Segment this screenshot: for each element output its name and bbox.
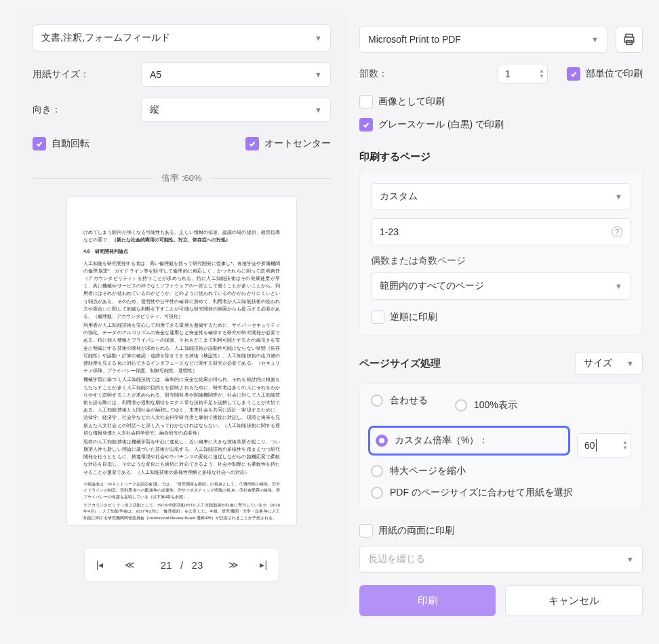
orientation-label: 向き： <box>33 104 141 116</box>
fit-label: 合わせる <box>390 395 428 407</box>
duplex-label: 用紙の両面に印刷 <box>378 525 454 537</box>
auto-center-checkbox[interactable]: オートセンター <box>245 137 331 150</box>
settings-panel: Microsoft Print to PDF ▼ 部数： 1 ▲▼ 部単位で印刷 <box>359 8 643 616</box>
printer-icon <box>622 33 636 46</box>
odd-even-select[interactable]: 範囲内のすべてのページ ▼ <box>371 273 631 300</box>
chevron-down-icon: ▼ <box>315 34 322 42</box>
print-button[interactable]: 印刷 <box>359 585 496 616</box>
match-pdf-radio[interactable]: PDF のページサイズに合わせて用紙を選択 <box>371 487 631 499</box>
custom-scale-input[interactable]: 60 ▲ ▼ <box>577 433 631 458</box>
copies-label: 部数： <box>359 68 388 80</box>
printer-properties-button[interactable] <box>616 26 643 53</box>
spinner-down-icon[interactable]: ▼ <box>539 74 544 79</box>
chevron-down-icon: ▼ <box>615 282 622 290</box>
orientation-select[interactable]: 縦 ▼ <box>141 98 331 122</box>
paper-size-select[interactable]: A5 ▼ <box>141 62 331 87</box>
printer-value: Microsoft Print to PDF <box>368 34 461 45</box>
shrink-label: 特大ページを縮小 <box>390 465 466 477</box>
custom-scale-radio[interactable]: カスタム倍率（%）： <box>376 435 488 447</box>
checkbox-unchecked-icon <box>359 95 373 108</box>
custom-scale-highlight: カスタム倍率（%）： <box>368 426 570 456</box>
custom-scale-label: カスタム倍率（%）： <box>395 435 488 447</box>
pages-range-input[interactable]: 1-23 ? <box>371 218 631 245</box>
radio-unchecked-icon <box>455 399 467 411</box>
full-label: 100%表示 <box>474 399 517 411</box>
orientation-value: 縦 <box>150 104 159 116</box>
pages-section-title: 印刷するページ <box>359 150 643 163</box>
pages-card: カスタム ▼ 1-23 ? 偶数または奇数ページ 範囲内のすべてのページ ▼ 逆… <box>359 172 643 336</box>
binding-select[interactable]: 長辺を綴じる ▼ <box>359 546 643 573</box>
cancel-button[interactable]: キャンセル <box>505 585 643 616</box>
spinner-down-icon[interactable]: ▼ <box>622 445 628 451</box>
size-section-title: ページサイズ処理 <box>359 357 441 370</box>
size-mode-select[interactable]: サイズ ▼ <box>575 352 643 375</box>
scale-value: 倍率 :60% <box>153 172 209 184</box>
binding-value: 長辺を綴じる <box>368 553 425 565</box>
chevron-down-icon: ▼ <box>626 555 634 563</box>
pages-mode-value: カスタム <box>380 190 418 203</box>
radio-unchecked-icon <box>371 487 383 499</box>
pager: |◂ ≪ 21 / 23 ≫ ▸| <box>84 548 279 582</box>
auto-center-label: オートセンター <box>264 138 331 150</box>
pages-mode-select[interactable]: カスタム ▼ <box>371 183 631 210</box>
reverse-label: 逆順に印刷 <box>390 311 437 323</box>
first-page-button[interactable]: |◂ <box>91 559 108 570</box>
preview-panel: 文書,注釈,フォームフィールド ▼ 用紙サイズ： A5 ▼ 向き： 縦 ▼ 自動… <box>16 8 347 616</box>
page-preview: けめてしまう願向が強くなる可能性もある。正しい情報の伝達、論議の場の提供、教育指… <box>66 197 297 526</box>
chevron-down-icon: ▼ <box>315 106 322 114</box>
page-indicator: 21 / 23 <box>151 559 212 571</box>
chevron-down-icon: ▼ <box>615 193 622 201</box>
printer-select[interactable]: Microsoft Print to PDF ▼ <box>359 26 607 53</box>
fit-radio[interactable]: 合わせる <box>371 395 428 407</box>
radio-unchecked-icon <box>371 395 383 407</box>
paper-size-label: 用紙サイズ： <box>33 68 141 81</box>
help-icon[interactable]: ? <box>612 226 622 237</box>
match-pdf-label: PDF のページサイズに合わせて用紙を選択 <box>390 487 573 499</box>
odd-even-label: 偶数または奇数ページ <box>371 255 631 267</box>
print-as-image-checkbox[interactable]: 画像として印刷 <box>359 95 643 108</box>
scale-divider: 倍率 :60% <box>33 172 331 184</box>
reverse-order-checkbox[interactable]: 逆順に印刷 <box>371 310 631 324</box>
prev-page-button[interactable]: ≪ <box>121 559 139 570</box>
full-size-radio[interactable]: 100%表示 <box>455 395 517 416</box>
checkbox-checked-icon <box>359 118 373 132</box>
shrink-radio[interactable]: 特大ページを縮小 <box>371 465 631 477</box>
auto-rotate-label: 自動回転 <box>52 138 89 150</box>
checkbox-unchecked-icon <box>359 524 373 538</box>
chevron-down-icon: ▼ <box>315 71 322 79</box>
collate-label: 部単位で印刷 <box>586 68 643 80</box>
duplex-checkbox[interactable]: 用紙の両面に印刷 <box>359 524 643 538</box>
checkbox-unchecked-icon <box>371 310 384 324</box>
checkbox-checked-icon <box>567 67 580 81</box>
chevron-down-icon: ▼ <box>591 35 599 43</box>
print-content-select[interactable]: 文書,注釈,フォームフィールド ▼ <box>33 24 331 52</box>
checkbox-checked-icon <box>245 137 259 150</box>
size-card: 合わせる 100%表示 カスタム倍率（%）： 60 <box>359 383 643 510</box>
chevron-down-icon: ▼ <box>626 359 634 367</box>
size-mode-value: サイズ <box>584 357 612 369</box>
grayscale-label: グレースケール (白黒) で印刷 <box>378 119 504 131</box>
odd-even-value: 範囲内のすべてのページ <box>380 280 484 292</box>
paper-size-value: A5 <box>150 69 161 80</box>
print-as-image-label: 画像として印刷 <box>378 96 445 108</box>
next-page-button[interactable]: ≫ <box>224 559 242 570</box>
checkbox-checked-icon <box>33 137 46 150</box>
pages-range-value: 1-23 <box>380 226 399 237</box>
radio-checked-icon <box>376 435 388 447</box>
print-content-value: 文書,注釈,フォームフィールド <box>41 32 170 44</box>
custom-scale-value: 60 <box>584 440 595 451</box>
last-page-button[interactable]: ▸| <box>255 559 273 570</box>
copies-input[interactable]: 1 ▲▼ <box>498 64 548 84</box>
grayscale-checkbox[interactable]: グレースケール (白黒) で印刷 <box>359 118 643 132</box>
radio-unchecked-icon <box>371 465 383 477</box>
collate-checkbox[interactable]: 部単位で印刷 <box>567 67 643 81</box>
copies-value: 1 <box>505 68 539 79</box>
auto-rotate-checkbox[interactable]: 自動回転 <box>33 137 89 150</box>
